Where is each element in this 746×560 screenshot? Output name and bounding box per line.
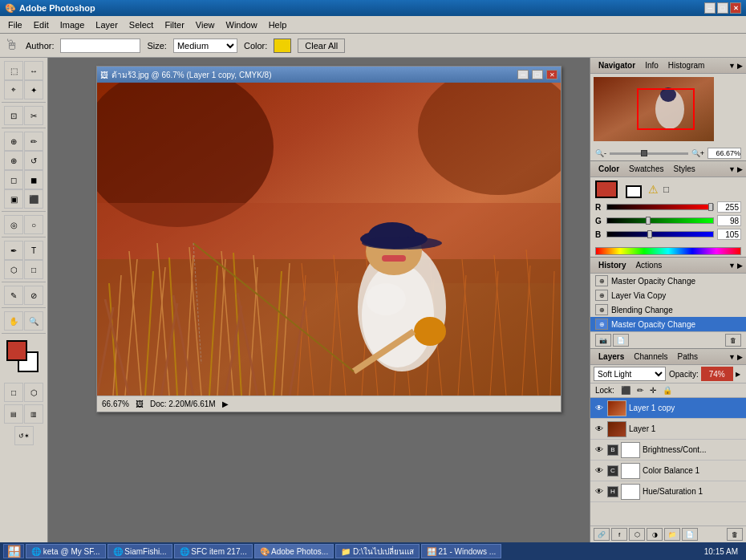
taskbar-item-3[interactable]: 🌐 SFC item 217... xyxy=(174,544,253,558)
menu-help[interactable]: Help xyxy=(264,18,292,31)
layers-tab[interactable]: Layers xyxy=(594,351,629,363)
taskbar-item-6[interactable]: 🪟 21 - Windows ... xyxy=(421,544,501,558)
history-brush[interactable]: ↺ xyxy=(24,151,43,170)
layers-menu[interactable]: ▶ xyxy=(737,353,743,361)
taskbar-item-4[interactable]: 🎨 Adobe Photos... xyxy=(254,544,334,558)
eyedropper-tool[interactable]: ⊘ xyxy=(24,286,43,305)
layer-item-3[interactable]: 👁 B Brightness/Cont... xyxy=(590,440,746,461)
lasso-tool[interactable]: ⌖ xyxy=(4,80,23,99)
history-snapshot-btn[interactable]: 📷 xyxy=(595,334,611,347)
layer-2-visibility[interactable]: 👁 xyxy=(594,424,605,435)
lock-image[interactable]: ✏ xyxy=(637,386,643,395)
color-collapse[interactable]: ▼ xyxy=(728,165,736,173)
size-select[interactable]: Medium Small Large xyxy=(173,39,237,53)
layer-link-btn[interactable]: 🔗 xyxy=(594,528,610,541)
blue-value[interactable] xyxy=(717,229,741,240)
menu-select[interactable]: Select xyxy=(124,18,159,31)
foreground-color[interactable] xyxy=(6,340,27,361)
history-menu[interactable]: ▶ xyxy=(737,262,743,270)
layer-3-visibility[interactable]: 👁 xyxy=(594,444,605,456)
actions-tab[interactable]: Actions xyxy=(630,259,667,271)
pen-tool[interactable]: ✒ xyxy=(4,241,23,260)
history-tab[interactable]: History xyxy=(594,259,630,271)
screen-mode1[interactable]: ▤ xyxy=(4,404,23,424)
layer-style-btn[interactable]: f xyxy=(611,528,627,541)
navigator-preview[interactable] xyxy=(594,77,743,143)
gamut-icon[interactable]: □ xyxy=(663,184,669,195)
standard-mode[interactable]: □ xyxy=(4,383,23,402)
brush-tool[interactable]: ✏ xyxy=(24,132,43,151)
red-slider[interactable] xyxy=(606,204,714,210)
background-eraser[interactable]: ◼ xyxy=(24,170,43,189)
paint-bucket[interactable]: ⬛ xyxy=(24,189,43,209)
layer-4-visibility[interactable]: 👁 xyxy=(594,465,605,477)
color-menu[interactable]: ▶ xyxy=(737,165,743,173)
history-item-3[interactable]: ⊕ Blending Change xyxy=(590,302,746,317)
hand-tool[interactable]: ✋ xyxy=(4,311,23,331)
notes-tool[interactable]: ✎ xyxy=(4,286,23,305)
doc-minimize-button[interactable]: ─ xyxy=(517,70,529,79)
bg-color-swatch[interactable] xyxy=(626,185,642,198)
zoom-out-icon[interactable]: 🔍- xyxy=(595,149,606,157)
quickmask-mode[interactable]: ⬡ xyxy=(24,383,43,402)
history-new-doc-btn[interactable]: 📄 xyxy=(613,334,629,347)
swatches-tab[interactable]: Swatches xyxy=(624,163,668,175)
eraser-tool[interactable]: ◻ xyxy=(4,170,23,189)
navigator-collapse[interactable]: ▼ xyxy=(728,62,736,70)
lock-position[interactable]: ✛ xyxy=(650,386,656,395)
layer-item-5[interactable]: 👁 H Hue/Saturation 1 xyxy=(590,481,746,502)
menu-view[interactable]: View xyxy=(191,18,220,31)
dodge-tool[interactable]: ○ xyxy=(24,215,43,234)
fg-color-swatch[interactable] xyxy=(595,181,618,198)
screen-mode2[interactable]: ▥ xyxy=(24,404,43,424)
layer-1-visibility[interactable]: 👁 xyxy=(594,403,605,414)
shape-tool[interactable]: □ xyxy=(24,260,43,279)
green-value[interactable] xyxy=(717,215,741,226)
layer-5-visibility[interactable]: 👁 xyxy=(594,486,605,497)
move-tool[interactable]: ↔ xyxy=(24,61,43,80)
layer-new-btn[interactable]: 📄 xyxy=(682,528,698,541)
lock-all[interactable]: 🔒 xyxy=(663,386,672,395)
healing-tool[interactable]: ⊕ xyxy=(4,132,23,151)
doc-close-button[interactable]: ✕ xyxy=(546,70,557,79)
zoom-tool[interactable]: 🔍 xyxy=(24,311,43,331)
info-tab[interactable]: Info xyxy=(640,59,663,71)
color-spectrum[interactable] xyxy=(595,247,741,255)
green-slider[interactable] xyxy=(606,217,714,224)
crop-tool[interactable]: ⊡ xyxy=(4,106,23,125)
styles-tab[interactable]: Styles xyxy=(668,163,699,175)
menu-edit[interactable]: Edit xyxy=(29,18,54,31)
menu-layer[interactable]: Layer xyxy=(91,18,123,31)
minimize-button[interactable]: ─ xyxy=(704,2,716,14)
layers-collapse[interactable]: ▼ xyxy=(728,353,736,361)
histogram-tab[interactable]: Histogram xyxy=(663,59,710,71)
navigator-menu[interactable]: ▶ xyxy=(737,62,743,70)
gradient-tool[interactable]: ▣ xyxy=(4,189,23,209)
zoom-input[interactable] xyxy=(707,148,741,159)
history-item-2[interactable]: ⊕ Layer Via Copy xyxy=(590,288,746,302)
history-collapse[interactable]: ▼ xyxy=(728,262,736,270)
paths-tab[interactable]: Paths xyxy=(673,351,703,363)
menu-filter[interactable]: Filter xyxy=(160,18,189,31)
doc-nav-arrow[interactable]: ▶ xyxy=(222,400,229,408)
menu-file[interactable]: File xyxy=(3,18,27,31)
navigator-tab[interactable]: Navigator xyxy=(594,59,640,71)
color-swatch[interactable] xyxy=(274,39,291,53)
start-button[interactable]: 🪟 xyxy=(3,544,24,558)
color-tab[interactable]: Color xyxy=(594,163,624,175)
marquee-tool[interactable]: ⬚ xyxy=(4,61,23,80)
close-button[interactable]: ✕ xyxy=(730,2,741,14)
magic-wand-tool[interactable]: ✦ xyxy=(24,80,43,99)
clone-tool[interactable]: ⊕ xyxy=(4,151,23,170)
opacity-input[interactable] xyxy=(701,367,733,381)
layer-item-4[interactable]: 👁 C Color Balance 1 xyxy=(590,461,746,481)
opacity-arrow[interactable]: ▶ xyxy=(736,371,740,378)
zoom-slider[interactable] xyxy=(610,152,688,155)
channels-tab[interactable]: Channels xyxy=(629,351,672,363)
history-delete-btn[interactable]: 🗑 xyxy=(725,334,741,347)
lock-transparent[interactable]: ⬛ xyxy=(621,386,630,395)
history-item-1[interactable]: ⊕ Master Opacity Change xyxy=(590,274,746,288)
path-tool[interactable]: ⬡ xyxy=(4,260,23,279)
blur-tool[interactable]: ◎ xyxy=(4,215,23,234)
document-canvas[interactable] xyxy=(97,83,561,396)
